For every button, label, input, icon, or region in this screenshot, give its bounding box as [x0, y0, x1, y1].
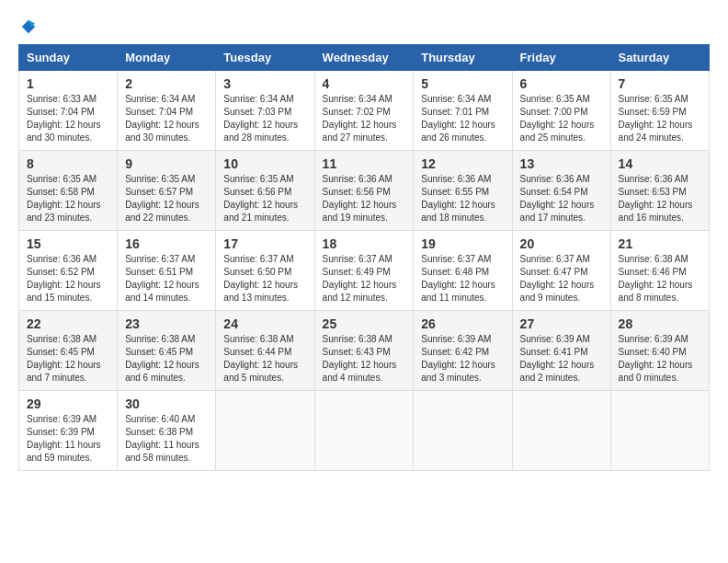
day-info: Sunrise: 6:35 AMSunset: 6:58 PMDaylight:…: [27, 173, 109, 224]
day-number: 2: [125, 76, 208, 91]
day-header-sunday: Sunday: [19, 45, 118, 71]
day-info: Sunrise: 6:36 AMSunset: 6:55 PMDaylight:…: [421, 173, 504, 224]
day-number: 7: [619, 76, 701, 91]
day-number: 4: [323, 76, 406, 91]
calendar-cell: [314, 391, 414, 471]
day-info: Sunrise: 6:39 AMSunset: 6:42 PMDaylight:…: [421, 333, 504, 385]
day-number: 5: [421, 76, 504, 91]
calendar-week-row: 15Sunrise: 6:36 AMSunset: 6:52 PMDayligh…: [19, 231, 710, 311]
day-number: 17: [223, 236, 306, 251]
day-number: 14: [619, 156, 701, 171]
day-number: 19: [421, 236, 504, 251]
day-info: Sunrise: 6:36 AMSunset: 6:54 PMDaylight:…: [520, 173, 603, 224]
calendar-table: SundayMondayTuesdayWednesdayThursdayFrid…: [18, 44, 710, 471]
day-number: 25: [323, 316, 406, 331]
day-info: Sunrise: 6:38 AMSunset: 6:45 PMDaylight:…: [27, 333, 109, 385]
calendar-cell: 30Sunrise: 6:40 AMSunset: 6:38 PMDayligh…: [118, 391, 216, 471]
day-number: 29: [27, 396, 109, 411]
calendar-cell: 9Sunrise: 6:35 AMSunset: 6:57 PMDaylight…: [118, 151, 216, 231]
calendar-cell: 28Sunrise: 6:39 AMSunset: 6:40 PMDayligh…: [610, 311, 709, 391]
day-info: Sunrise: 6:38 AMSunset: 6:45 PMDaylight:…: [125, 333, 208, 385]
day-info: Sunrise: 6:38 AMSunset: 6:46 PMDaylight:…: [619, 253, 701, 304]
calendar-cell: 14Sunrise: 6:36 AMSunset: 6:53 PMDayligh…: [610, 151, 709, 231]
page-header: [18, 18, 710, 35]
day-number: 23: [125, 316, 208, 331]
day-number: 13: [520, 156, 603, 171]
day-info: Sunrise: 6:39 AMSunset: 6:39 PMDaylight:…: [27, 413, 109, 465]
day-header-wednesday: Wednesday: [314, 45, 414, 71]
calendar-cell: 1Sunrise: 6:33 AMSunset: 7:04 PMDaylight…: [19, 71, 118, 151]
day-info: Sunrise: 6:39 AMSunset: 6:40 PMDaylight:…: [619, 333, 701, 385]
day-info: Sunrise: 6:35 AMSunset: 6:57 PMDaylight:…: [125, 173, 208, 224]
calendar-week-row: 8Sunrise: 6:35 AMSunset: 6:58 PMDaylight…: [19, 151, 710, 231]
day-number: 15: [27, 236, 109, 251]
calendar-cell: 5Sunrise: 6:34 AMSunset: 7:01 PMDaylight…: [414, 71, 512, 151]
calendar-cell: [414, 391, 512, 471]
day-number: 30: [125, 396, 208, 411]
day-info: Sunrise: 6:34 AMSunset: 7:01 PMDaylight:…: [421, 93, 504, 144]
day-header-friday: Friday: [512, 45, 610, 71]
day-info: Sunrise: 6:38 AMSunset: 6:43 PMDaylight:…: [323, 333, 406, 385]
day-info: Sunrise: 6:37 AMSunset: 6:51 PMDaylight:…: [125, 253, 208, 304]
calendar-cell: 19Sunrise: 6:37 AMSunset: 6:48 PMDayligh…: [414, 231, 512, 311]
day-info: Sunrise: 6:33 AMSunset: 7:04 PMDaylight:…: [27, 93, 109, 144]
day-info: Sunrise: 6:35 AMSunset: 6:56 PMDaylight:…: [223, 173, 306, 224]
day-info: Sunrise: 6:40 AMSunset: 6:38 PMDaylight:…: [125, 413, 208, 465]
day-header-monday: Monday: [118, 45, 216, 71]
calendar-cell: 10Sunrise: 6:35 AMSunset: 6:56 PMDayligh…: [216, 151, 314, 231]
day-info: Sunrise: 6:37 AMSunset: 6:50 PMDaylight:…: [223, 253, 306, 304]
day-number: 22: [27, 316, 109, 331]
day-number: 6: [520, 76, 603, 91]
calendar-cell: [610, 391, 709, 471]
day-header-saturday: Saturday: [610, 45, 709, 71]
day-number: 10: [223, 156, 306, 171]
calendar-cell: 26Sunrise: 6:39 AMSunset: 6:42 PMDayligh…: [414, 311, 512, 391]
logo: [18, 18, 37, 35]
day-info: Sunrise: 6:34 AMSunset: 7:02 PMDaylight:…: [323, 93, 406, 144]
calendar-cell: 16Sunrise: 6:37 AMSunset: 6:51 PMDayligh…: [118, 231, 216, 311]
calendar-cell: 7Sunrise: 6:35 AMSunset: 6:59 PMDaylight…: [610, 71, 709, 151]
calendar-cell: 6Sunrise: 6:35 AMSunset: 7:00 PMDaylight…: [512, 71, 610, 151]
calendar-cell: 18Sunrise: 6:37 AMSunset: 6:49 PMDayligh…: [314, 231, 414, 311]
day-number: 1: [27, 76, 109, 91]
day-number: 20: [520, 236, 603, 251]
calendar-cell: 20Sunrise: 6:37 AMSunset: 6:47 PMDayligh…: [512, 231, 610, 311]
day-header-thursday: Thursday: [414, 45, 512, 71]
calendar-cell: 2Sunrise: 6:34 AMSunset: 7:04 PMDaylight…: [118, 71, 216, 151]
calendar-cell: [216, 391, 314, 471]
day-number: 27: [520, 316, 603, 331]
day-info: Sunrise: 6:35 AMSunset: 7:00 PMDaylight:…: [520, 93, 603, 144]
day-number: 12: [421, 156, 504, 171]
calendar-header-row: SundayMondayTuesdayWednesdayThursdayFrid…: [19, 45, 710, 71]
day-number: 26: [421, 316, 504, 331]
calendar-cell: 22Sunrise: 6:38 AMSunset: 6:45 PMDayligh…: [19, 311, 118, 391]
day-number: 18: [323, 236, 406, 251]
logo-icon: [20, 18, 37, 35]
day-number: 16: [125, 236, 208, 251]
day-number: 21: [619, 236, 701, 251]
calendar-cell: 24Sunrise: 6:38 AMSunset: 6:44 PMDayligh…: [216, 311, 314, 391]
day-info: Sunrise: 6:37 AMSunset: 6:47 PMDaylight:…: [520, 253, 603, 304]
calendar-cell: 15Sunrise: 6:36 AMSunset: 6:52 PMDayligh…: [19, 231, 118, 311]
calendar-cell: [512, 391, 610, 471]
calendar-week-row: 29Sunrise: 6:39 AMSunset: 6:39 PMDayligh…: [19, 391, 710, 471]
calendar-cell: 27Sunrise: 6:39 AMSunset: 6:41 PMDayligh…: [512, 311, 610, 391]
calendar-cell: 12Sunrise: 6:36 AMSunset: 6:55 PMDayligh…: [414, 151, 512, 231]
calendar-cell: 11Sunrise: 6:36 AMSunset: 6:56 PMDayligh…: [314, 151, 414, 231]
day-header-tuesday: Tuesday: [216, 45, 314, 71]
day-info: Sunrise: 6:34 AMSunset: 7:03 PMDaylight:…: [223, 93, 306, 144]
calendar-cell: 21Sunrise: 6:38 AMSunset: 6:46 PMDayligh…: [610, 231, 709, 311]
calendar-week-row: 22Sunrise: 6:38 AMSunset: 6:45 PMDayligh…: [19, 311, 710, 391]
day-info: Sunrise: 6:34 AMSunset: 7:04 PMDaylight:…: [125, 93, 208, 144]
day-info: Sunrise: 6:38 AMSunset: 6:44 PMDaylight:…: [223, 333, 306, 385]
day-info: Sunrise: 6:36 AMSunset: 6:53 PMDaylight:…: [619, 173, 701, 224]
calendar-cell: 8Sunrise: 6:35 AMSunset: 6:58 PMDaylight…: [19, 151, 118, 231]
day-number: 11: [323, 156, 406, 171]
day-info: Sunrise: 6:39 AMSunset: 6:41 PMDaylight:…: [520, 333, 603, 385]
day-info: Sunrise: 6:36 AMSunset: 6:52 PMDaylight:…: [27, 253, 109, 304]
day-number: 24: [223, 316, 306, 331]
day-info: Sunrise: 6:37 AMSunset: 6:49 PMDaylight:…: [323, 253, 406, 304]
day-number: 3: [223, 76, 306, 91]
calendar-cell: 3Sunrise: 6:34 AMSunset: 7:03 PMDaylight…: [216, 71, 314, 151]
calendar-cell: 13Sunrise: 6:36 AMSunset: 6:54 PMDayligh…: [512, 151, 610, 231]
